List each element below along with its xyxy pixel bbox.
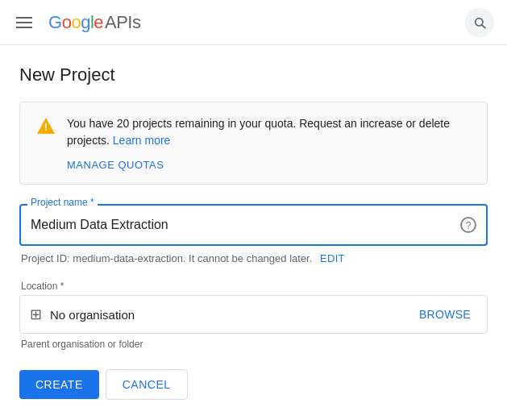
project-id-suffix: It cannot be changed later.: [189, 252, 312, 264]
apis-label: APIs: [105, 12, 140, 33]
google-logo: Google APIs: [48, 12, 140, 33]
location-box: ⊞ No organisation BROWSE: [19, 295, 488, 334]
help-icon[interactable]: ?: [460, 217, 476, 233]
project-id-prefix: Project ID:: [21, 252, 70, 264]
topbar: Google APIs: [0, 0, 507, 45]
cancel-button[interactable]: CANCEL: [106, 369, 188, 400]
project-name-input[interactable]: [31, 218, 460, 232]
project-name-label: Project name *: [27, 197, 98, 208]
create-button[interactable]: CREATE: [19, 370, 99, 399]
browse-button[interactable]: BROWSE: [413, 305, 477, 324]
warning-text: You have 20 projects remaining in your q…: [67, 115, 471, 149]
project-name-field-group: Project name * ?: [19, 204, 488, 246]
warning-icon: !: [36, 116, 56, 135]
edit-project-id-link[interactable]: EDIT: [320, 252, 345, 264]
location-hint: Parent organisation or folder: [19, 339, 488, 350]
topbar-left: Google APIs: [13, 12, 465, 33]
warning-box: ! You have 20 projects remaining in your…: [19, 102, 488, 185]
search-button[interactable]: [465, 8, 494, 37]
location-group: Location * ⊞ No organisation BROWSE: [19, 281, 488, 334]
project-id-row: Project ID: medium-data-extraction. It c…: [19, 252, 488, 264]
project-name-input-wrapper: ?: [19, 204, 488, 246]
search-icon: [473, 16, 486, 29]
svg-point-0: [476, 18, 483, 25]
learn-more-link[interactable]: Learn more: [113, 134, 171, 147]
svg-line-1: [482, 25, 484, 27]
location-value: No organisation: [50, 308, 413, 322]
project-id-value: medium-data-extraction.: [73, 252, 185, 264]
button-row: CREATE CANCEL: [19, 369, 488, 400]
building-icon: ⊞: [30, 306, 42, 323]
hamburger-menu-icon[interactable]: [13, 14, 35, 31]
location-label: Location *: [19, 281, 488, 292]
warning-row: ! You have 20 projects remaining in your…: [36, 115, 471, 149]
page-content: New Project ! You have 20 projects remai…: [0, 45, 507, 420]
svg-text:!: !: [44, 121, 48, 133]
manage-quotas-link[interactable]: MANAGE QUOTAS: [36, 159, 471, 171]
page-title: New Project: [19, 64, 488, 85]
form-section: Project name * ? Project ID: medium-data…: [19, 204, 488, 406]
